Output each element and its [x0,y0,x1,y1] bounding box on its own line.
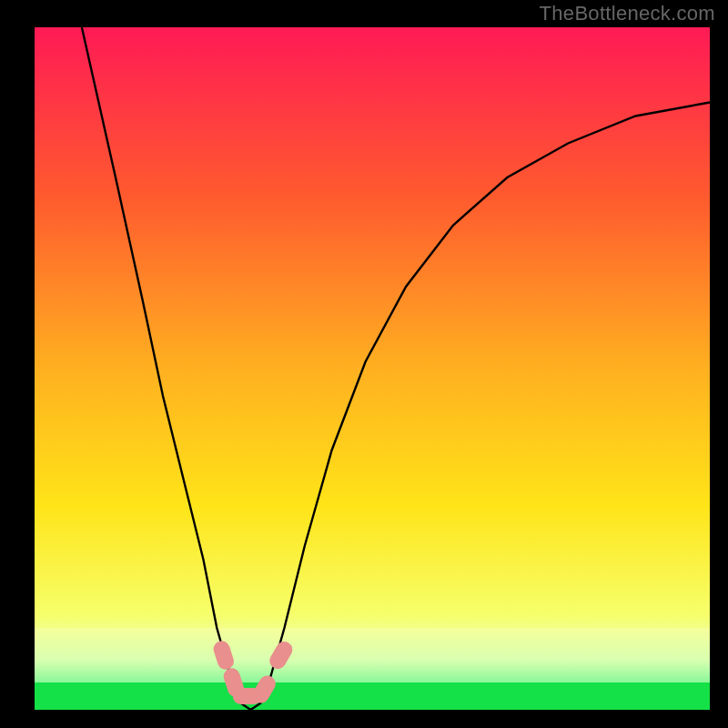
svg-rect-8 [710,0,728,728]
bottleneck-chart [0,0,728,728]
pale-band [35,628,710,682]
svg-rect-6 [0,710,728,728]
green-band [35,682,710,710]
svg-rect-7 [0,0,35,728]
watermark-text: TheBottleneck.com [540,2,715,25]
plot-background [35,27,710,710]
chart-stage: TheBottleneck.com [0,0,728,728]
